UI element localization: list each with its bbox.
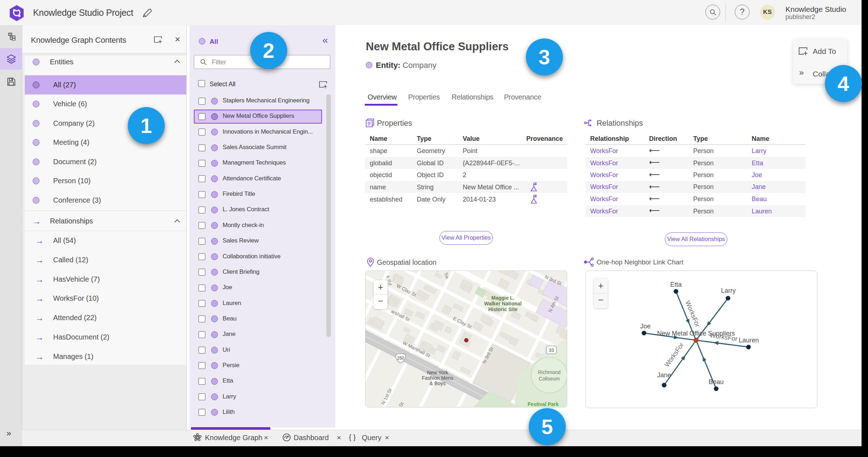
svg-text:Larry: Larry — [721, 287, 736, 294]
svg-text:Lauren: Lauren — [739, 337, 759, 344]
svg-text:33: 33 — [549, 347, 554, 353]
svg-text:250: 250 — [397, 356, 404, 361]
svg-text:WorksFor: WorksFor — [684, 300, 701, 328]
svg-text:New York: New York — [427, 370, 448, 375]
svg-text:Jane: Jane — [657, 371, 671, 379]
svg-text:Beau: Beau — [709, 378, 724, 386]
svg-text:Historic Site: Historic Site — [488, 306, 518, 312]
svg-text:Joe: Joe — [640, 323, 650, 330]
svg-text:Etta: Etta — [670, 281, 682, 288]
svg-text:Maggie L.: Maggie L. — [491, 295, 515, 301]
svg-text:Walker National: Walker National — [484, 301, 522, 306]
svg-text:Fashion Mens: Fashion Mens — [422, 375, 453, 381]
svg-text:Coliseum: Coliseum — [539, 376, 560, 382]
svg-text:Richmond: Richmond — [538, 369, 560, 375]
svg-text:WorksFor: WorksFor — [663, 341, 685, 368]
svg-text:Festival Park: Festival Park — [528, 401, 559, 407]
svg-text:& Boys: & Boys — [430, 380, 445, 386]
